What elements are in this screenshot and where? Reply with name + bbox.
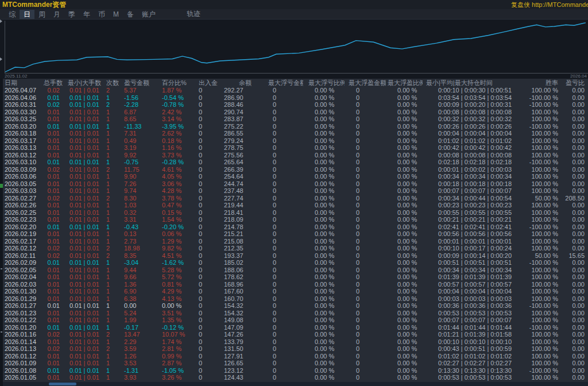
splitter-handle-icon[interactable] <box>0 20 2 23</box>
table-row[interactable]: 2026.01.300.010.01 | 0.0116.904.29 %0167… <box>3 288 588 295</box>
col-header-mflp[interactable]: 最大浮亏比例 <box>303 79 345 87</box>
cell-minmax: 0.01 | 0.01 <box>64 302 105 310</box>
menu-item-账户[interactable]: 账户 <box>138 10 160 19</box>
table-row[interactable]: 2026.01.050.010.01 | 0.0113.933.26 %0124… <box>3 374 588 381</box>
cell-inout: 0 <box>192 238 222 245</box>
splitter-handle-icon[interactable] <box>0 57 2 61</box>
table-row[interactable]: 2026.03.120.010.01 | 0.0119.923.73 %0275… <box>3 152 588 159</box>
table-row[interactable]: 2026.01.200.010.01 | 0.011-0.17-0.12 %01… <box>3 324 588 331</box>
cell-date: 2026.01.12 <box>3 353 44 360</box>
table-row[interactable]: 2026.01.120.010.01 | 0.0111.260.99 %0127… <box>3 353 588 360</box>
col-header-mfp[interactable]: 最大浮盈金额 <box>345 79 386 87</box>
table-row[interactable]: 2026.04.070.020.01 | 0.0125.371.87 %0292… <box>3 87 588 94</box>
cell-mflp: 0.00 % <box>303 173 345 180</box>
cell-win: 50.00 % <box>528 195 564 202</box>
chart-plot-area[interactable] <box>5 21 588 74</box>
table-row[interactable]: 2026.01.140.010.01 | 0.0112.291.74 %0133… <box>3 338 588 346</box>
menu-item-M[interactable]: M <box>109 10 123 19</box>
table-row[interactable]: 2026.03.060.010.01 | 0.0119.904.05 %0254… <box>3 173 588 180</box>
col-header-balance[interactable]: 余额 <box>222 79 258 87</box>
cell-total: 0.01 <box>44 310 64 317</box>
cell-mfp: 0 <box>345 302 386 310</box>
table-row[interactable]: 2026.01.130.020.01 | 0.0123.592.81 %0131… <box>3 345 588 353</box>
table-row[interactable]: 2026.02.200.010.01 | 0.011-0.43-0.20 %02… <box>3 223 588 231</box>
cell-pct: 0.06 % <box>153 230 192 238</box>
table-row[interactable]: 2026.03.300.010.01 | 0.0116.872.42 %0290… <box>3 109 588 116</box>
menu-item-trail[interactable]: 轨迹 <box>183 9 204 19</box>
col-header-time[interactable]: 最小|平均|最大持仓时间 <box>423 79 528 87</box>
table-row[interactable]: 2026.03.100.010.01 | 0.011-0.75-0.28 %02… <box>3 159 588 166</box>
table-row[interactable]: 2026.02.230.010.01 | 0.0113.311.54 %0218… <box>3 216 588 223</box>
col-header-mfl[interactable]: 最大浮亏金额 <box>258 79 303 87</box>
cell-minmax: 0.01 | 0.01 <box>64 209 105 217</box>
table-row[interactable]: 2026.03.170.010.01 | 0.0110.490.18 %0279… <box>3 137 588 145</box>
table-row[interactable]: 2026.02.030.010.01 | 0.0111.360.81 %0168… <box>3 281 588 288</box>
table-row[interactable]: 2026.02.260.010.01 | 0.0111.030.47 %0219… <box>3 202 588 209</box>
horizontal-scrollbar[interactable] <box>3 382 588 386</box>
table-row[interactable]: 2026.01.270.010.01 | 0.0110.000.00 %0154… <box>3 302 588 310</box>
col-header-win[interactable]: 胜率 <box>528 79 564 87</box>
col-header-inout[interactable]: 出入金 <box>192 79 222 87</box>
col-header-total[interactable]: 总手数 <box>44 79 64 87</box>
col-header-date[interactable]: 日期 <box>3 79 44 87</box>
cell-ratio: 0.00 <box>564 123 588 130</box>
table-row[interactable]: 2026.03.310.020.01 | 0.012-2.28-0.78 %02… <box>3 101 588 109</box>
menu-item-币[interactable]: 币 <box>94 10 109 19</box>
table-row[interactable]: 2026.02.040.010.01 | 0.0119.665.72 %0178… <box>3 273 588 281</box>
cell-pl: 9.92 <box>119 152 153 159</box>
table-row[interactable]: 2026.02.120.020.01 | 0.01218.989.82 %021… <box>3 245 588 252</box>
cell-mfl: 0 <box>258 209 303 217</box>
table-row[interactable]: 2026.01.230.010.01 | 0.0115.243.51 %0154… <box>3 310 588 317</box>
cell-mfp: 0 <box>345 109 386 116</box>
table-row[interactable]: 2026.02.110.020.01 | 0.0128.354.51 %0193… <box>3 252 588 260</box>
table-row[interactable]: 2026.02.270.020.01 | 0.0128.303.78 %0227… <box>3 195 588 202</box>
menu-item-季[interactable]: 季 <box>64 10 79 19</box>
table-row[interactable]: 2026.02.250.010.01 | 0.0110.320.15 %0218… <box>3 209 588 217</box>
cell-ratio: 0.00 <box>564 209 588 217</box>
table-row[interactable]: 2026.03.180.010.01 | 0.0117.312.62 %0286… <box>3 130 588 137</box>
table-row[interactable]: 2026.02.090.010.01 | 0.011-3.04-1.62 %01… <box>3 259 588 267</box>
table-row[interactable]: 2026.03.130.010.01 | 0.0113.191.16 %0278… <box>3 144 588 152</box>
col-header-pl[interactable]: 盈亏金额 <box>119 79 153 87</box>
col-header-minmax[interactable]: 最小|大手数 <box>64 79 105 87</box>
table-row[interactable]: 2026.01.160.020.01 | 0.01213.4710.07 %01… <box>3 331 588 338</box>
menu-item-月[interactable]: 月 <box>49 10 64 19</box>
menu-item-年[interactable]: 年 <box>79 10 94 19</box>
cell-balance: 244.74 <box>222 180 258 188</box>
cell-minmax: 0.01 | 0.01 <box>64 310 105 317</box>
menu-item-备[interactable]: 备 <box>123 10 138 19</box>
cell-mflp: 0.00 % <box>303 187 345 195</box>
table-row[interactable]: 2026.03.030.010.01 | 0.0119.744.28 %0237… <box>3 187 588 195</box>
table-row[interactable]: 2026.03.050.010.01 | 0.0117.263.06 %0244… <box>3 180 588 188</box>
table-row[interactable]: 2026.01.090.010.01 | 0.0113.532.87 %0126… <box>3 360 588 367</box>
table-row[interactable]: 2026.02.170.010.01 | 0.0112.731.29 %0215… <box>3 238 588 245</box>
cell-count: 1 <box>105 360 119 367</box>
col-header-pct[interactable]: 百分比% <box>153 79 192 87</box>
table-row[interactable]: 2026.01.220.010.01 | 0.0111.991.35 %0149… <box>3 316 588 324</box>
cell-inout: 0 <box>192 374 222 381</box>
col-header-count[interactable]: 次数 <box>105 79 119 87</box>
titlebar-link[interactable]: 复盘侠 http://MTCommander <box>511 1 588 9</box>
table-row[interactable]: 2026.02.050.010.01 | 0.0119.445.28 %0188… <box>3 267 588 274</box>
table-row[interactable]: 2026.02.190.010.01 | 0.0110.130.06 %0215… <box>3 230 588 238</box>
table-row[interactable]: 2026.01.080.010.01 | 0.011-1.31-1.05 %01… <box>3 367 588 375</box>
table-row[interactable]: 2026.04.060.010.01 | 0.011-1.56-0.54 %02… <box>3 94 588 102</box>
cell-date: 2026.03.18 <box>3 130 44 137</box>
table-row[interactable]: 2026.03.200.010.01 | 0.011-11.33-3.95 %0… <box>3 123 588 130</box>
cell-date: 2026.02.23 <box>3 216 44 223</box>
menu-item-周[interactable]: 周 <box>34 10 49 19</box>
menu-item-综[interactable]: 综 <box>5 10 20 19</box>
cell-mfl: 0 <box>258 316 303 324</box>
table-row[interactable]: 2026.01.290.010.01 | 0.0116.384.13 %0160… <box>3 295 588 303</box>
menu-item-日[interactable]: 日 <box>20 10 34 19</box>
col-header-ratio[interactable]: 盈亏比 <box>564 79 588 87</box>
table-row[interactable]: 2026.03.250.010.01 | 0.0118.653.14 %0283… <box>3 115 588 123</box>
table-row[interactable]: 2026.03.090.020.01 | 0.01211.754.61 %026… <box>3 166 588 173</box>
cell-pct: 0.15 % <box>153 209 192 217</box>
scrollbar-thumb[interactable] <box>49 383 76 385</box>
cell-pct: 1.54 % <box>153 216 192 223</box>
cell-time: 0:02:18 | 0:02:18 | 0:02:18 <box>423 159 528 166</box>
cell-balance: 266.39 <box>222 166 258 173</box>
col-header-mfpp[interactable]: 最大浮盈比例 <box>386 79 423 87</box>
cell-date: 2026.02.25 <box>3 209 44 217</box>
